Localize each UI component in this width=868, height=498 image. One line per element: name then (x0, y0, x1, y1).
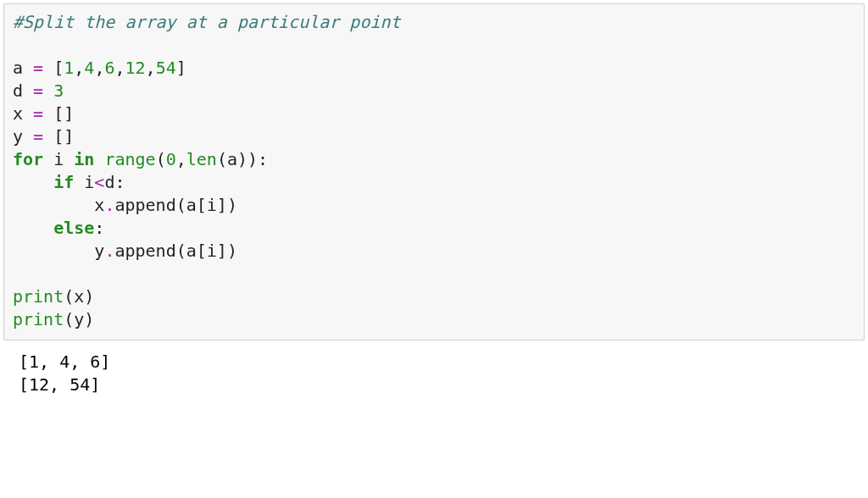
code-token: : (114, 172, 125, 192)
code-token: 12 (125, 58, 146, 78)
code-token: ) (248, 149, 258, 169)
code-token: , (146, 58, 156, 78)
code-token: i (207, 195, 217, 215)
code-token: = (33, 80, 43, 101)
code-token: ( (176, 241, 186, 261)
code-token: [ (53, 126, 64, 147)
code-token: [ (53, 103, 64, 124)
code-token: 54 (156, 58, 176, 78)
code-token (13, 195, 94, 215)
code-token (13, 218, 53, 238)
code-token: ] (64, 126, 74, 147)
code-token: len (186, 149, 217, 169)
output-line: [12, 54] (19, 374, 100, 395)
code-token: . (104, 241, 114, 261)
code-token (94, 149, 104, 169)
code-token: [ (197, 241, 207, 261)
code-token: a (227, 149, 237, 169)
code-token: ] (217, 241, 227, 261)
code-token: : (94, 218, 104, 238)
code-token: ) (84, 309, 94, 329)
code-token (23, 126, 33, 147)
code-token: = (33, 103, 43, 124)
code-token: else (53, 218, 94, 238)
code-token: : (258, 149, 268, 169)
code-token (13, 241, 94, 261)
code-token: ] (64, 103, 74, 124)
output-line: [1, 4, 6] (19, 351, 110, 372)
code-token: i (53, 149, 64, 169)
code-input-cell[interactable]: #Split the array at a particular point a… (3, 3, 865, 340)
code-token: ) (237, 149, 248, 169)
code-token: = (33, 126, 43, 147)
code-token: ] (176, 58, 186, 78)
code-token: append (114, 241, 175, 261)
code-token: y (74, 309, 84, 329)
code-token: ( (64, 286, 74, 307)
code-token: [ (197, 195, 207, 215)
code-token: , (94, 58, 104, 78)
code-token: if (53, 172, 74, 192)
code-token: i (207, 241, 217, 261)
code-token: 0 (166, 149, 176, 169)
code-token: ( (156, 149, 166, 169)
code-token (64, 149, 74, 169)
code-token: d (104, 172, 114, 192)
code-token: 3 (53, 80, 64, 101)
code-token: ) (227, 195, 237, 215)
code-token: print (13, 286, 64, 307)
code-token (74, 172, 84, 192)
code-token: 4 (84, 58, 94, 78)
code-token: i (84, 172, 94, 192)
comment-line: #Split the array at a particular point (13, 12, 401, 32)
code-token: range (104, 149, 155, 169)
code-token (23, 103, 33, 124)
code-token: a (186, 241, 197, 261)
code-token: , (74, 58, 84, 78)
code-token (43, 149, 53, 169)
code-token: append (114, 195, 175, 215)
code-token: , (114, 58, 125, 78)
code-token: 6 (104, 58, 114, 78)
code-token: x (94, 195, 104, 215)
code-token: [ (53, 58, 64, 78)
code-token: ( (176, 195, 186, 215)
code-output-cell: [1, 4, 6] [12, 54] (3, 349, 865, 401)
code-token: ( (217, 149, 227, 169)
code-token (43, 58, 53, 78)
code-token: 1 (64, 58, 74, 78)
code-token (13, 172, 53, 192)
code-token: y (13, 126, 23, 147)
code-token (23, 58, 33, 78)
code-token (43, 126, 53, 147)
code-token: = (33, 58, 43, 78)
code-token: ) (84, 286, 94, 307)
code-token: ( (64, 309, 74, 329)
code-token: print (13, 309, 64, 329)
code-token: ] (217, 195, 227, 215)
code-token (43, 103, 53, 124)
code-token: a (13, 58, 23, 78)
code-token: < (94, 172, 104, 192)
code-token: y (94, 241, 104, 261)
code-token: a (186, 195, 197, 215)
code-token: in (74, 149, 94, 169)
code-token: ) (227, 241, 237, 261)
code-token: , (176, 149, 186, 169)
code-token: x (74, 286, 84, 307)
code-token (23, 80, 33, 101)
code-token (43, 80, 53, 101)
code-token: x (13, 103, 23, 124)
code-token: for (13, 149, 43, 169)
code-token: . (104, 195, 114, 215)
code-token: d (13, 80, 23, 101)
